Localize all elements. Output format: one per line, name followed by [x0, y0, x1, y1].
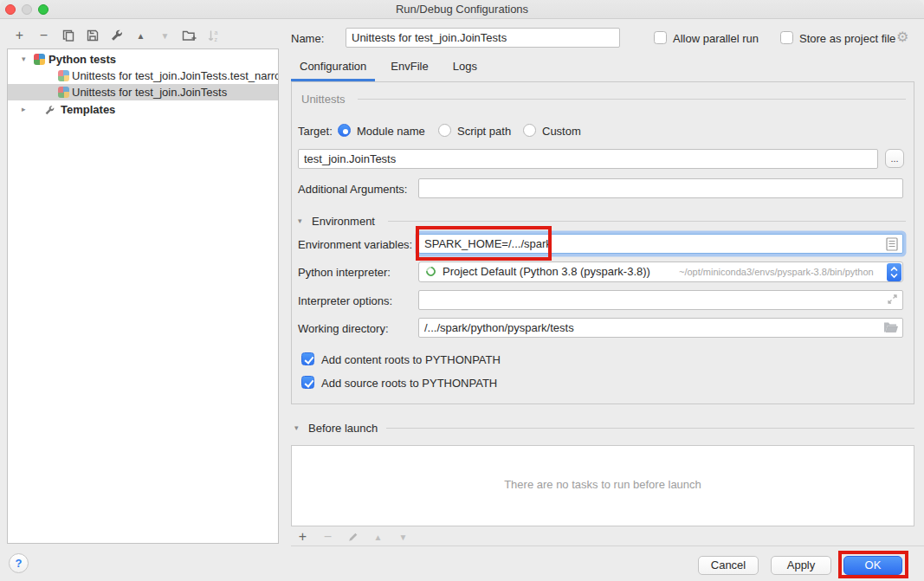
- divider: [386, 428, 914, 429]
- tab-logs[interactable]: Logs: [444, 55, 486, 81]
- target-input[interactable]: [298, 149, 878, 169]
- new-folder-icon[interactable]: [182, 28, 197, 43]
- cancel-button[interactable]: Cancel: [698, 556, 759, 575]
- apply-button[interactable]: Apply: [771, 556, 831, 575]
- store-as-project-file-label: Store as project file: [799, 32, 895, 45]
- radio-module-name-label: Module name: [357, 125, 425, 138]
- name-input[interactable]: [346, 28, 620, 48]
- divider: [388, 221, 906, 222]
- environment-collapse-icon[interactable]: ▾: [298, 216, 302, 225]
- remove-task-icon: −: [320, 529, 335, 545]
- tab-label: Configuration: [300, 60, 366, 73]
- tab-bar: Configuration EnvFile Logs: [291, 55, 493, 81]
- radio-script-path-label: Script path: [457, 125, 511, 138]
- additional-arguments-input[interactable]: [418, 178, 903, 198]
- ok-button[interactable]: OK: [843, 556, 902, 575]
- browse-target-button[interactable]: ...: [885, 149, 904, 168]
- add-content-roots-label: Add content roots to PYTHONPATH: [321, 353, 501, 366]
- env-variables-browse-icon[interactable]: [886, 237, 898, 254]
- move-task-down-icon: ▼: [396, 529, 410, 545]
- interpreter-options-label: Interpreter options:: [298, 294, 392, 307]
- tree-item-unittests-narrow[interactable]: Unittests for test_join.JoinTests.test_n…: [8, 68, 278, 84]
- tree-item-label: Templates: [61, 101, 115, 118]
- add-task-icon[interactable]: +: [295, 529, 310, 545]
- tab-configuration[interactable]: Configuration: [291, 55, 375, 81]
- radio-custom[interactable]: [523, 124, 536, 137]
- tab-envfile[interactable]: EnvFile: [382, 55, 436, 81]
- python-interpreter-value: Project Default (Python 3.8 (pyspark-3.8…: [443, 265, 650, 278]
- tree-item-unittests-jointests[interactable]: Unittests for test_join.JoinTests: [8, 84, 278, 100]
- radio-module-name[interactable]: [338, 124, 351, 137]
- tree-item-label: Unittests for test_join.JoinTests: [72, 84, 227, 100]
- add-content-roots-checkbox[interactable]: [301, 352, 314, 365]
- tree-item-templates[interactable]: ▸ Templates: [8, 101, 278, 118]
- expand-field-icon[interactable]: [887, 294, 898, 307]
- tab-label: EnvFile: [391, 60, 428, 73]
- working-directory-input[interactable]: [418, 318, 903, 338]
- environment-variables-input[interactable]: [418, 234, 903, 254]
- svg-text:z: z: [214, 36, 217, 42]
- before-launch-collapse-icon[interactable]: ▾: [294, 423, 299, 432]
- chevron-expanded-icon[interactable]: ▾: [22, 51, 26, 68]
- add-source-roots-checkbox[interactable]: [301, 376, 314, 389]
- gear-icon[interactable]: ⚙: [896, 29, 908, 45]
- tree-item-label: Python tests: [48, 51, 116, 68]
- combo-stepper-icon[interactable]: [887, 263, 901, 281]
- conda-env-icon: [424, 265, 437, 278]
- folder-browse-icon[interactable]: [883, 321, 898, 336]
- move-task-up-icon: ▲: [371, 529, 385, 545]
- divider: [358, 99, 906, 100]
- window-title: Run/Debug Configurations: [0, 3, 924, 16]
- chevron-collapsed-icon[interactable]: ▸: [22, 101, 26, 118]
- before-launch-task-list: There are no tasks to run before launch: [291, 445, 914, 526]
- radio-custom-label: Custom: [542, 125, 581, 138]
- target-label: Target:: [298, 125, 333, 138]
- copy-icon[interactable]: [61, 28, 75, 43]
- unittests-group-title: Unittests: [301, 93, 346, 106]
- python-interpreter-path: ~/opt/miniconda3/envs/pyspark-3.8/bin/py…: [679, 267, 874, 277]
- configurations-toolbar: + − ▲ ▼ az: [12, 26, 221, 45]
- sort-alphabetically-icon: az: [206, 28, 221, 43]
- environment-section-title: Environment: [312, 215, 375, 228]
- python-interpreter-label: Python interpreter:: [298, 266, 391, 279]
- environment-variables-label: Environment variables:: [298, 238, 412, 251]
- before-launch-empty-text: There are no tasks to run before launch: [292, 478, 914, 491]
- title-bar: Run/Debug Configurations: [0, 0, 924, 19]
- remove-icon[interactable]: −: [36, 28, 51, 43]
- python-interpreter-select[interactable]: Project Default (Python 3.8 (pyspark-3.8…: [418, 261, 903, 282]
- interpreter-options-input[interactable]: [418, 290, 903, 310]
- svg-text:a: a: [214, 29, 217, 36]
- tree-item-label: Unittests for test_join.JoinTests.test_n…: [72, 68, 278, 84]
- tree-item-python-tests[interactable]: ▾ Python tests: [8, 51, 278, 68]
- before-launch-section-title: Before launch: [308, 422, 378, 435]
- help-button[interactable]: ?: [9, 553, 29, 573]
- edit-templates-wrench-icon[interactable]: [109, 28, 124, 43]
- before-launch-toolbar: + − ▲ ▼: [295, 529, 410, 545]
- name-label: Name:: [291, 32, 324, 45]
- python-test-icon: [58, 87, 69, 98]
- radio-script-path[interactable]: [438, 124, 451, 137]
- additional-arguments-label: Additional Arguments:: [298, 183, 407, 196]
- allow-parallel-run-label: Allow parallel run: [673, 32, 759, 45]
- tab-label: Logs: [453, 60, 477, 73]
- add-icon[interactable]: +: [12, 28, 27, 43]
- configurations-tree: ▾ Python tests Unittests for test_join.J…: [7, 48, 279, 544]
- move-down-icon: ▼: [158, 28, 172, 43]
- allow-parallel-run-checkbox[interactable]: [654, 31, 667, 44]
- working-directory-label: Working directory:: [298, 322, 389, 335]
- store-as-project-file-checkbox[interactable]: [780, 31, 793, 44]
- save-icon[interactable]: [85, 28, 100, 43]
- divider: [291, 545, 924, 546]
- python-tests-icon: [34, 54, 45, 65]
- templates-wrench-icon: [44, 104, 55, 118]
- python-test-icon: [58, 70, 69, 81]
- move-up-icon[interactable]: ▲: [133, 28, 148, 43]
- add-source-roots-label: Add source roots to PYTHONPATH: [321, 377, 497, 390]
- edit-task-icon: [346, 529, 360, 545]
